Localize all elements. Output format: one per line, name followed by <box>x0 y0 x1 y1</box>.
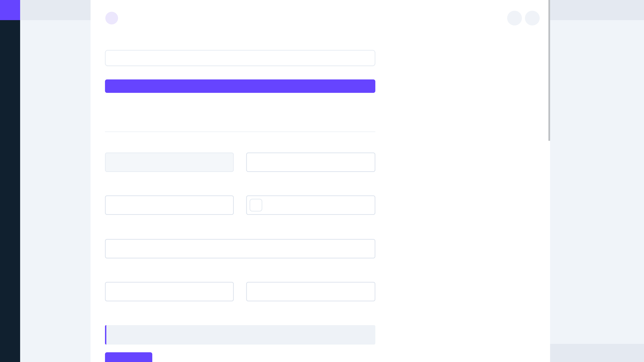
singleton-checkbox[interactable] <box>252 289 371 295</box>
note-input-wrap <box>246 152 375 172</box>
collection-setup-heading <box>105 117 115 124</box>
field-row-icons <box>346 55 371 61</box>
save-button[interactable] <box>525 11 540 25</box>
delete-button[interactable] <box>507 11 522 25</box>
box-icon <box>105 117 112 124</box>
app-root <box>0 0 644 362</box>
icon-select[interactable] <box>105 195 234 215</box>
nav-sidebar <box>20 0 90 362</box>
header-actions <box>507 11 540 25</box>
info-icon <box>556 6 564 14</box>
project-icon <box>26 6 33 14</box>
note-input[interactable] <box>252 159 370 165</box>
create-new-button[interactable] <box>105 352 152 362</box>
close-icon[interactable] <box>632 7 639 13</box>
chevron-down-icon[interactable] <box>222 202 228 208</box>
hidden-field-icon[interactable] <box>355 55 361 61</box>
activity-log-section[interactable] <box>550 344 644 362</box>
drag-handle-icon[interactable] <box>110 55 116 61</box>
project-chooser[interactable] <box>20 0 90 20</box>
module-bar <box>0 0 20 362</box>
right-panel <box>550 0 644 362</box>
check-icon <box>528 14 536 22</box>
primary-key-icon <box>346 55 352 61</box>
nav-list <box>20 20 90 23</box>
scrollbar-thumb[interactable] <box>548 0 550 141</box>
field-row-id[interactable] <box>105 50 375 66</box>
info-icon <box>112 331 119 339</box>
panel-header <box>550 0 644 20</box>
eyedropper-icon <box>253 202 259 208</box>
hidden-field-wrap <box>105 282 234 301</box>
trash-icon <box>511 14 518 22</box>
display-template-input-wrap <box>105 239 375 258</box>
color-input-wrap <box>246 195 375 215</box>
arrow-left-icon <box>108 15 115 21</box>
directus-logo[interactable] <box>0 0 20 20</box>
main-content <box>90 0 550 362</box>
no-items-notice <box>105 325 375 345</box>
back-button[interactable] <box>105 12 118 24</box>
rabbit-logo-icon <box>4 4 16 16</box>
create-field-button[interactable] <box>105 79 375 93</box>
palette-icon[interactable] <box>363 202 370 209</box>
color-input[interactable] <box>266 202 360 208</box>
display-template-input[interactable] <box>110 246 360 252</box>
icon-search-input[interactable] <box>110 202 222 208</box>
collection-input <box>110 159 228 165</box>
field-menu-icon[interactable] <box>364 55 371 61</box>
clipboard-clock-icon <box>556 349 564 357</box>
add-box-icon[interactable] <box>363 245 370 252</box>
hidden-checkbox[interactable] <box>111 289 229 295</box>
collection-input-wrap <box>105 152 234 172</box>
singleton-field-wrap <box>246 282 375 301</box>
color-swatch-button[interactable] <box>250 199 262 212</box>
section-divider <box>105 131 375 132</box>
